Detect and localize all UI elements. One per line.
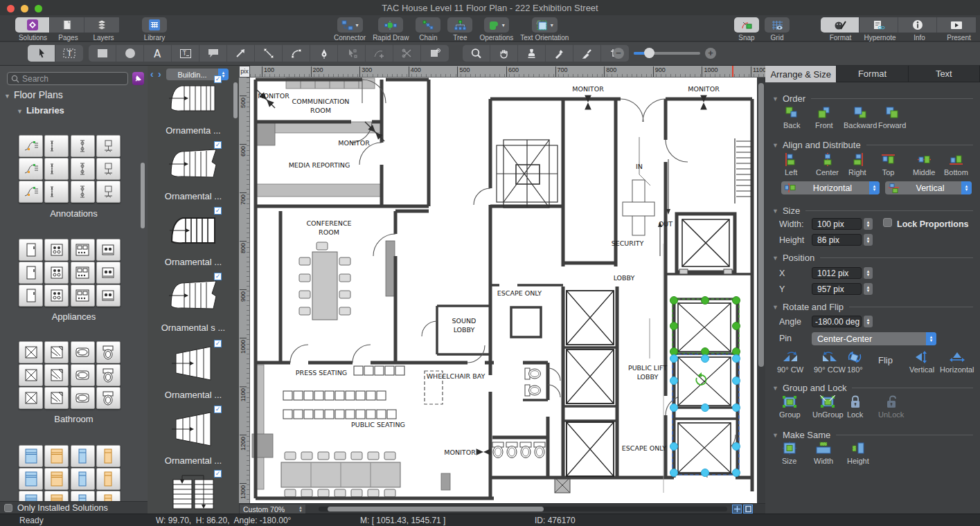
arrow-tool[interactable] [227,45,255,62]
library-shape-annot[interactable] [44,158,69,180]
align-top-button[interactable]: Top [882,153,895,176]
library-shape-bath[interactable] [19,387,43,409]
operations-button[interactable]: ▾ Operations [479,17,513,42]
stencil-item[interactable]: ✓Ornamental ... [148,145,239,201]
sidebar-item-libraries[interactable]: ▼Libraries [17,105,64,116]
only-installed-checkbox[interactable] [4,504,12,512]
library-shape-annot[interactable] [96,181,121,203]
make-same-width-button[interactable]: Width [814,442,833,465]
x-field[interactable]: 1012 pix [812,267,862,279]
align-left-button[interactable]: Left [785,153,797,176]
zoom-slider-thumb[interactable] [644,48,654,58]
height-field[interactable]: 86 pix [812,234,862,246]
present-button[interactable] [937,17,976,33]
rotate-90cw-button[interactable]: 90° CW [777,351,803,374]
stencil-item[interactable]: ✓ [148,474,239,514]
grid-button[interactable]: Grid [765,17,790,42]
library-shape-appl[interactable] [71,284,95,307]
stencil-forward-button[interactable]: › [158,69,161,80]
library-shape-bath[interactable] [19,341,43,363]
snap-button[interactable]: Snap [734,17,759,42]
stencil-checkbox[interactable]: ✓ [214,273,222,280]
align-bottom-button[interactable]: Bottom [944,153,968,176]
library-shape-bath[interactable] [96,341,121,363]
stencil-scrollbar[interactable] [233,82,238,118]
stencil-item[interactable]: ✓Ornamental s ... [148,277,239,333]
order-backward-button[interactable]: Backward [844,106,877,129]
align-center-button[interactable]: Center [816,153,839,176]
zoom-in-button[interactable]: + [705,48,716,59]
pin-dropdown[interactable]: Center-Center ▲▼ [812,332,936,345]
add-node-tool[interactable] [366,45,393,62]
rotate-90ccw-button[interactable]: 90° CCW [814,351,846,374]
library-label-bathroom[interactable]: Bathroom [0,414,148,424]
sidebar-scrollbar[interactable] [141,163,145,228]
arc-tool[interactable] [283,45,310,62]
library-shape-appl[interactable] [44,284,69,307]
library-label-annotations[interactable]: Annotations [0,208,148,219]
pen-tool[interactable] [310,45,338,62]
stencil-checkbox[interactable]: ✓ [214,406,222,413]
library-shape-annot[interactable] [19,181,43,203]
stencil-checkbox[interactable]: ✓ [214,470,222,478]
drawing-page[interactable]: MONITOR COMMUNICATION ROOM MONITOR MEDIA… [250,78,757,503]
fit-page-button[interactable] [743,505,753,514]
stencil-item[interactable]: ✓Ornamenta ... [148,80,239,136]
pan-mode-button[interactable] [732,505,742,514]
zoom-level-dropdown[interactable]: Custom 70% ▲▼ [240,505,305,514]
make-same-height-button[interactable]: Height [847,442,869,465]
library-shape-beds[interactable] [19,468,43,490]
callout-tool[interactable] [199,45,227,62]
stamp-tool[interactable] [518,45,546,62]
disclosure-triangle-icon[interactable]: ▼ [4,93,10,100]
stencil-item[interactable]: ✓Ornamental ... [148,344,239,400]
library-shape-bath[interactable] [71,341,95,363]
library-shape-bath[interactable] [44,341,69,363]
library-shape-appl[interactable] [44,262,69,284]
library-shape-beds[interactable] [71,491,95,501]
text-select-tool[interactable]: T [55,45,83,62]
library-shape-annot[interactable] [19,135,43,157]
library-label-appliances[interactable]: Appliances [0,311,148,322]
library-shape-beds[interactable] [96,445,121,467]
canvas-v-scroll-thumb[interactable] [758,83,764,367]
library-shape-beds[interactable] [44,468,69,490]
stencil-checkbox[interactable]: ✓ [214,141,222,149]
library-shape-appl[interactable] [44,239,69,261]
library-shape-beds[interactable] [19,491,43,501]
flip-vertical-button[interactable]: Vertical [909,351,934,374]
library-shape-beds[interactable] [44,445,69,467]
library-shape-bath[interactable] [71,387,95,409]
edit-nodes-tool[interactable] [338,45,366,62]
library-shape-bath[interactable] [96,364,121,386]
width-stepper[interactable]: ▲▼ [864,218,873,230]
group-button[interactable]: Group [779,395,801,419]
ruler-unit[interactable]: pix [239,66,250,78]
library-shape-beds[interactable] [44,491,69,501]
library-shape-bath[interactable] [44,387,69,409]
library-shape-beds[interactable] [71,445,95,467]
library-shape-appl[interactable] [96,284,121,307]
library-shape-appl[interactable] [19,284,43,307]
stencil-item[interactable]: ✓Ornamental ... [148,211,239,267]
order-back-button[interactable]: Back [783,106,800,129]
flip-horizontal-button[interactable]: Horizontal [940,351,974,374]
selected-lift-shafts[interactable] [670,297,740,477]
stencil-checkbox[interactable]: ✓ [214,340,222,347]
zoom-out-button[interactable]: − [613,48,624,59]
hypernote-button[interactable] [859,17,898,33]
stencil-checkbox[interactable]: ✓ [214,75,222,83]
canvas-h-scroll-thumb[interactable] [328,507,544,511]
info-button[interactable] [898,17,937,33]
library-shape-appl[interactable] [19,262,43,284]
sidebar-item-floor-plans[interactable]: ▼Floor Plans [4,89,63,100]
stencil-item[interactable]: ✓Ornamental ... [148,410,239,466]
zoom-tool[interactable] [463,45,490,62]
disclosure-triangle-icon[interactable]: ▼ [772,255,778,262]
y-field[interactable]: 957 pix [812,283,862,295]
library-shape-appl[interactable] [71,262,95,284]
unlock-button[interactable]: UnLock [878,395,904,419]
connect-point-tool[interactable] [421,45,449,62]
library-shape-annot[interactable] [71,181,95,203]
order-forward-button[interactable]: Forward [878,106,906,129]
